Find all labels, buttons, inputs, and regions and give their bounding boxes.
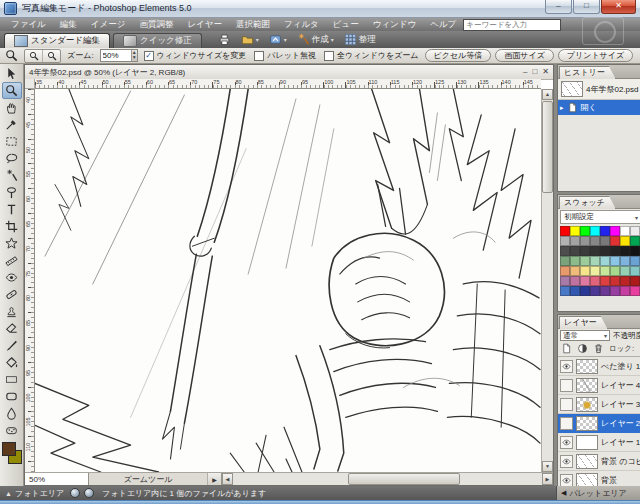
layer-row[interactable]: レイヤー 4: [558, 376, 640, 395]
visibility-toggle[interactable]: [560, 474, 573, 487]
tool-sponge[interactable]: [2, 422, 22, 439]
scroll-left-icon[interactable]: ◀: [222, 473, 233, 485]
rotate-right-icon[interactable]: [84, 488, 94, 498]
checkbox-box[interactable]: [324, 51, 334, 61]
color-swatch[interactable]: [610, 266, 620, 276]
doc-maximize-icon[interactable]: □: [532, 67, 537, 77]
status-expand-icon[interactable]: ▶: [208, 473, 222, 485]
tool-crop[interactable]: [2, 218, 22, 235]
tool-shape[interactable]: [2, 388, 22, 405]
color-swatch[interactable]: [600, 276, 610, 286]
color-swatch[interactable]: [560, 266, 570, 276]
menu-item[interactable]: ビュー: [326, 19, 366, 31]
layers-tab[interactable]: レイヤー: [559, 316, 608, 329]
layer-row[interactable]: レイヤー 3: [558, 395, 640, 414]
doc-close-icon[interactable]: ✕: [542, 67, 549, 77]
menu-item[interactable]: フィルタ: [277, 19, 326, 31]
tool-magic-wand[interactable]: [2, 167, 22, 184]
close-button[interactable]: ✕: [601, 0, 636, 14]
color-swatch[interactable]: [590, 236, 600, 246]
menu-item[interactable]: ウィンドウ: [366, 19, 424, 31]
tool-hand[interactable]: [2, 99, 22, 116]
visibility-toggle[interactable]: [560, 398, 573, 411]
swatch-preset-select[interactable]: 初期設定 ▾: [560, 210, 640, 224]
tool-straighten[interactable]: [2, 252, 22, 269]
doc-minimize-icon[interactable]: –: [523, 67, 527, 77]
tool-eraser[interactable]: [2, 320, 22, 337]
layer-row[interactable]: レイヤー 2: [558, 414, 640, 433]
color-swatch[interactable]: [600, 256, 610, 266]
checkbox-box[interactable]: [254, 51, 264, 61]
history-file-row[interactable]: 4年学祭02.psd: [558, 79, 640, 100]
color-swatch[interactable]: [590, 266, 600, 276]
scroll-right-icon[interactable]: ▶: [542, 473, 553, 485]
color-swatch[interactable]: [560, 276, 570, 286]
option-checkbox[interactable]: 全ウィンドウをズーム: [324, 50, 419, 61]
color-swatch[interactable]: [580, 256, 590, 266]
color-swatch[interactable]: [570, 266, 580, 276]
color-swatch[interactable]: [600, 266, 610, 276]
options-button[interactable]: 画面サイズ: [495, 49, 554, 62]
tool-healing-brush[interactable]: [2, 286, 22, 303]
visibility-toggle[interactable]: [560, 417, 573, 430]
color-swatch[interactable]: [600, 246, 610, 256]
color-swatch[interactable]: [570, 236, 580, 246]
color-swatch[interactable]: [590, 276, 600, 286]
option-checkbox[interactable]: ✓ウィンドウサイズを変更: [144, 50, 247, 61]
color-swatch[interactable]: [580, 236, 590, 246]
palette-bin-strip[interactable]: ◀ パレットエリア: [556, 486, 640, 500]
color-swatch[interactable]: [610, 256, 620, 266]
color-swatch[interactable]: [630, 276, 640, 286]
layer-row[interactable]: レイヤー 1: [558, 433, 640, 452]
color-swatch[interactable]: [600, 236, 610, 246]
maximize-button[interactable]: □: [573, 0, 600, 14]
layer-row[interactable]: 背景: [558, 471, 640, 486]
print-button[interactable]: [218, 33, 231, 46]
layer-row[interactable]: べた塗り 1: [558, 357, 640, 376]
blend-mode-select[interactable]: 通常 ▾: [560, 330, 610, 341]
tool-paint-bucket[interactable]: [2, 354, 22, 371]
document-title-bar[interactable]: 4年学祭02.psd @ 50% (レイヤー 2, RGB/8) – □ ✕: [25, 65, 553, 80]
color-swatch[interactable]: [610, 226, 620, 236]
color-swatch[interactable]: [610, 276, 620, 286]
adjustment-layer-icon[interactable]: [577, 343, 588, 354]
rotate-left-icon[interactable]: [70, 488, 80, 498]
tool-blur[interactable]: [2, 405, 22, 422]
tool-type[interactable]: [2, 201, 22, 218]
delete-layer-icon[interactable]: [593, 343, 604, 354]
photo-bin-expand-icon[interactable]: ▲: [5, 490, 12, 497]
color-swatch[interactable]: [630, 266, 640, 276]
tab-standard-edit[interactable]: スタンダード編集: [4, 33, 110, 48]
color-swatch[interactable]: [570, 276, 580, 286]
search-input[interactable]: [463, 19, 561, 31]
photo-bin-label[interactable]: フォトエリア: [15, 488, 64, 499]
color-swatch[interactable]: [570, 256, 580, 266]
tool-rectangular-marquee[interactable]: [2, 133, 22, 150]
color-swatch[interactable]: [590, 286, 600, 296]
color-swatch[interactable]: [630, 286, 640, 296]
color-swatch[interactable]: [580, 226, 590, 236]
scroll-up-icon[interactable]: ▲: [542, 89, 553, 100]
menu-item[interactable]: イメージ: [84, 19, 133, 31]
menu-item[interactable]: ファイル: [4, 19, 53, 31]
menu-item[interactable]: 編集: [53, 19, 84, 31]
zoom-spinner[interactable]: ▲▼: [131, 50, 137, 61]
history-tab[interactable]: ヒストリー: [559, 66, 616, 79]
menu-item[interactable]: 選択範囲: [229, 19, 277, 31]
color-swatch[interactable]: [560, 256, 570, 266]
tool-clone-stamp[interactable]: [2, 303, 22, 320]
color-swatch[interactable]: [620, 246, 630, 256]
open-button[interactable]: ▾: [241, 33, 259, 46]
tool-move[interactable]: [2, 65, 22, 82]
color-swatch[interactable]: [590, 246, 600, 256]
color-swatch[interactable]: [570, 246, 580, 256]
color-swatch[interactable]: [580, 246, 590, 256]
color-swatch[interactable]: [630, 256, 640, 266]
tool-lasso[interactable]: [2, 150, 22, 167]
organize-button[interactable]: 整理: [344, 33, 376, 46]
tab-quick-fix[interactable]: クイック修正: [113, 33, 202, 48]
layer-row[interactable]: 背景 のコピー: [558, 452, 640, 471]
color-swatch[interactable]: [580, 276, 590, 286]
tool-red-eye-removal[interactable]: [2, 269, 22, 286]
color-swatch[interactable]: [600, 286, 610, 296]
